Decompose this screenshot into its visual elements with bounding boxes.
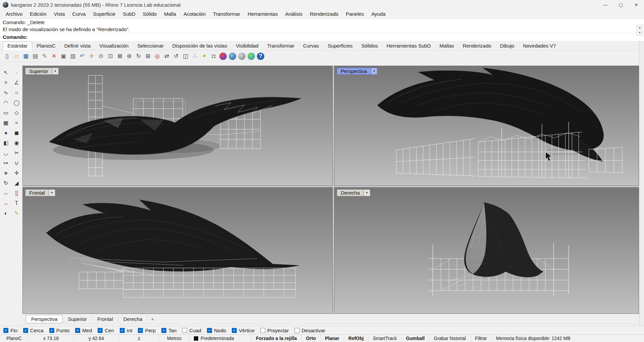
control-points-icon[interactable]: ✧ (1, 78, 11, 87)
viewport-superior[interactable]: Superior ▼ (22, 66, 333, 186)
extend-icon[interactable]: ↦ (1, 158, 11, 168)
point-icon[interactable]: ∙ (12, 68, 22, 77)
viewport-title-dropdown-icon[interactable]: ▼ (364, 189, 370, 196)
vp-tab-perspectiva[interactable]: Perspectiva (26, 315, 63, 323)
tab-renderizado[interactable]: Renderizado (459, 42, 496, 50)
zoom-window-icon[interactable]: ⊡ (107, 53, 114, 60)
osnap-points-icon[interactable]: ∴ (191, 53, 199, 60)
osnap-cen[interactable]: Cen (98, 328, 114, 333)
viewport-title-perspectiva[interactable]: Perspectiva ▼ (337, 68, 377, 75)
menu-paneles[interactable]: Paneles (342, 10, 368, 18)
osnap-proyectar[interactable]: Proyectar (260, 328, 289, 333)
checkbox-icon[interactable] (161, 328, 166, 333)
render-sphere-icon[interactable] (219, 53, 227, 60)
osnap-desactivar[interactable]: Desactivar (294, 328, 325, 333)
dimension-icon[interactable]: ↔ (1, 198, 11, 208)
menu-vista[interactable]: Vista (50, 10, 68, 18)
surface-icon[interactable]: ▦ (1, 118, 11, 128)
menu-analisis[interactable]: Análisis (281, 10, 306, 18)
named-view-icon[interactable]: ◫ (182, 53, 189, 60)
tab-solidos[interactable]: Sólidos (357, 42, 382, 50)
menu-malla[interactable]: Malla (160, 10, 180, 18)
status-planoc[interactable]: PlanoC (0, 335, 29, 342)
menu-transformar[interactable]: Transformar (209, 10, 244, 18)
trim-icon[interactable]: ✂ (12, 148, 22, 158)
checkbox-icon[interactable] (260, 328, 265, 333)
polyline-icon[interactable]: ∠ (12, 78, 22, 87)
select-arrow-icon[interactable]: ↖ (1, 68, 11, 77)
explode-icon[interactable]: ∗ (1, 168, 11, 178)
rectangle-icon[interactable]: ▭ (1, 108, 11, 118)
command-input[interactable]: Comando: (0, 33, 644, 41)
minimize-button[interactable]: — (598, 0, 613, 10)
status-grid-snap[interactable]: Forzado a la rejilla (252, 335, 302, 342)
zoom-extents-icon[interactable]: ⊠ (116, 53, 123, 60)
tab-curvas[interactable]: Curvas (299, 42, 324, 50)
vp-tab-frontal[interactable]: Frontal (92, 315, 118, 323)
status-smarttrack[interactable]: SmartTrack (368, 335, 401, 342)
menu-archivo[interactable]: Archivo (2, 10, 26, 18)
add-viewport-tab-button[interactable]: + (151, 317, 154, 322)
paste-icon[interactable]: ▨ (69, 53, 76, 60)
menu-acotacion[interactable]: Acotación (180, 10, 209, 18)
checkbox-icon[interactable] (294, 328, 300, 333)
lock-icon[interactable]: ◘ (210, 53, 217, 60)
sphere-icon[interactable]: ● (1, 128, 11, 138)
viewport-perspectiva[interactable]: Perspectiva ▼ (334, 66, 639, 186)
osnap-int[interactable]: Int (120, 328, 132, 333)
osnap-punto[interactable]: Punto (49, 328, 69, 333)
menu-ayuda[interactable]: Ayuda (368, 10, 389, 18)
osnap-med[interactable]: Med (75, 328, 92, 333)
viewport-derecha[interactable]: Derecha ▼ (334, 187, 639, 314)
rotate-icon[interactable]: ↻ (1, 178, 11, 188)
close-button[interactable]: ✕ (629, 0, 644, 10)
osnap-cerca[interactable]: Cerca (23, 328, 44, 333)
pencil-icon[interactable]: ✎ (12, 208, 22, 218)
tab-planosc[interactable]: PlanosC (32, 42, 60, 50)
checkbox-icon[interactable] (49, 328, 54, 333)
arc-icon[interactable]: ◠ (1, 98, 11, 108)
menu-subd[interactable]: SubD (119, 10, 139, 18)
new-file-icon[interactable]: ▯ (3, 53, 11, 60)
status-units[interactable]: Metros (159, 335, 190, 342)
pan-view-icon[interactable]: ⇄ (163, 53, 170, 60)
rotate-view-icon[interactable]: ↻ (135, 53, 142, 60)
boolean-icon[interactable]: ◉ (12, 138, 22, 148)
viewport-title-dropdown-icon[interactable]: ▼ (49, 189, 55, 196)
mirror-icon[interactable]: ⇔ (1, 188, 11, 198)
checkbox-icon[interactable] (182, 328, 187, 333)
solid-tools-icon[interactable]: ◧ (1, 138, 11, 148)
viewport-title-label[interactable]: Derecha (337, 189, 364, 196)
status-layer[interactable]: Predeterminada (190, 335, 252, 342)
osnap-perp[interactable]: Perp (138, 328, 156, 333)
scale-icon[interactable]: ◢ (12, 178, 22, 188)
status-gumball[interactable]: Gumball (401, 335, 429, 342)
osnap-tan[interactable]: Tan (161, 328, 176, 333)
checkbox-icon[interactable] (232, 328, 237, 333)
scroll-up-icon[interactable]: ▲ (637, 25, 643, 30)
circle-icon[interactable]: ○ (12, 88, 22, 97)
viewport-title-label[interactable]: Perspectiva (337, 68, 371, 75)
menu-superficie[interactable]: Superficie (89, 10, 119, 18)
viewport-title-frontal[interactable]: Frontal ▼ (25, 189, 55, 196)
vp-tab-derecha[interactable]: Derecha (118, 315, 148, 323)
checkbox-icon[interactable] (98, 328, 103, 333)
status-history[interactable]: Grabar historial (429, 335, 471, 342)
viewport-title-derecha[interactable]: Derecha ▼ (337, 189, 370, 196)
tab-disposicion-vistas[interactable]: Disposición de las vistas (168, 42, 231, 50)
tab-herramientas-subd[interactable]: Herramientas SubD (382, 42, 435, 50)
undo-view-icon[interactable]: ↺ (172, 53, 180, 60)
osnap-nodo[interactable]: Nodo (207, 328, 226, 333)
box-icon[interactable]: ◼ (12, 128, 22, 138)
delete-icon[interactable]: ✕ (50, 53, 58, 60)
tab-visualizacion[interactable]: Visualización (95, 42, 133, 50)
polygon-icon[interactable]: ◇ (12, 108, 22, 118)
copy-icon[interactable]: ▣ (60, 53, 67, 60)
loft-icon[interactable]: ≈ (12, 118, 22, 128)
checkbox-icon[interactable] (138, 328, 143, 333)
menu-solido[interactable]: Sólido (139, 10, 161, 18)
menu-edicion[interactable]: Edición (26, 10, 50, 18)
status-planar[interactable]: Planar (321, 335, 344, 342)
ellipse-icon[interactable]: ◯ (12, 98, 22, 108)
undo-icon[interactable]: ↶ (78, 53, 86, 60)
